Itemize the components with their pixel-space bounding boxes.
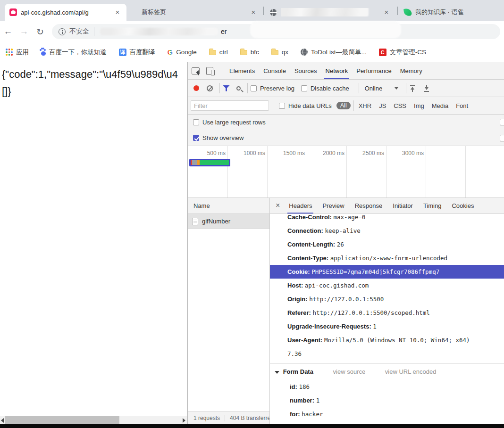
form-field-id: id: 186 <box>270 380 504 394</box>
type-filter-all[interactable]: All <box>336 102 351 109</box>
tab-timing[interactable]: Timing <box>418 198 447 214</box>
disable-cache-checkbox[interactable] <box>301 85 307 91</box>
clear-icon[interactable] <box>207 85 213 91</box>
filter-input[interactable] <box>191 100 269 111</box>
horizontal-scrollbar[interactable] <box>0 416 187 424</box>
hide-data-urls-checkbox[interactable] <box>279 103 285 109</box>
tab-console[interactable]: Console <box>259 62 290 79</box>
url-censor-blur <box>100 28 218 35</box>
json-response-text: {"code":1,"message":"\u4f59\u989d\u4[]} <box>0 62 187 100</box>
devtools-panel: Elements Console Sources Network Perform… <box>187 62 504 424</box>
browser-tab-1[interactable]: api-coc.gishad.com/api/g × <box>5 4 126 21</box>
use-large-rows-checkbox[interactable] <box>193 119 199 125</box>
tick-2500ms: 2500 ms <box>351 150 384 156</box>
header-content-type: Content-Type: application/x-www-form-url… <box>270 251 504 265</box>
record-icon[interactable] <box>193 85 199 91</box>
bookmark-folder-ctrl[interactable]: ctrl <box>209 49 228 56</box>
browser-tab-4[interactable]: 我的知识库 · 语雀 <box>399 4 504 21</box>
bookmark-baidu[interactable]: 百度一下，你就知道 <box>41 48 107 57</box>
filter-funnel-icon[interactable] <box>223 85 230 91</box>
device-toolbar-icon[interactable] <box>206 67 213 75</box>
bookmark-google[interactable]: G Google <box>168 48 197 56</box>
header-host: Host: api-coc.gishad.com <box>270 279 504 292</box>
scroll-right-arrow-icon[interactable] <box>183 418 185 423</box>
tab-close-icon[interactable]: × <box>113 8 122 16</box>
request-waterfall-bar[interactable] <box>189 159 230 166</box>
header-upgrade-insecure: Upgrade-Insecure-Requests: 1 <box>270 320 504 333</box>
bookmark-folder-qx[interactable]: qx <box>271 49 288 56</box>
tab-headers[interactable]: Headers <box>284 198 317 214</box>
network-options: Use large request rows Show overview <box>188 115 504 146</box>
network-overview-timeline[interactable]: 500 ms 1000 ms 1500 ms 2000 ms 2500 ms 3… <box>188 146 504 198</box>
site-favicon <box>9 8 17 16</box>
clipped-checkbox[interactable] <box>500 135 504 141</box>
export-har-icon[interactable] <box>423 85 430 92</box>
tick-500ms: 500 ms <box>193 150 226 156</box>
request-detail-pane: × Headers Preview Response Initiator Tim… <box>269 198 504 424</box>
bookmark-todolist[interactable]: ToDoList—最简单... <box>301 48 367 57</box>
security-label: 不安全 <box>69 27 89 36</box>
globe-icon <box>301 49 308 56</box>
tab-sources[interactable]: Sources <box>290 62 321 79</box>
tick-1000ms: 1000 ms <box>232 150 265 156</box>
preserve-log-checkbox[interactable] <box>251 85 257 91</box>
import-har-icon[interactable] <box>409 85 416 92</box>
form-data-section-header[interactable]: Form Data view source view URL encoded <box>270 364 504 380</box>
throttling-select[interactable]: Online <box>365 85 383 92</box>
view-url-encoded-link[interactable]: view URL encoded <box>385 368 437 375</box>
header-cookie-highlighted[interactable]: Cookie: PHPSESSID=7gma7m04dj5kfcgr7086ff… <box>270 265 504 279</box>
search-icon[interactable] <box>236 86 241 91</box>
network-bottom-split: Name gifNumber 1 requests 404 B transfer… <box>188 198 504 424</box>
tab-network[interactable]: Network <box>321 62 353 79</box>
tab-performance[interactable]: Performance <box>352 62 395 79</box>
tab-elements[interactable]: Elements <box>225 62 259 79</box>
show-overview-checkbox[interactable] <box>193 135 199 141</box>
detail-tabbar: × Headers Preview Response Initiator Tim… <box>270 198 504 214</box>
request-row-gifnumber[interactable]: gifNumber <box>188 214 269 229</box>
column-header-name[interactable]: Name <box>188 198 269 214</box>
browser-tab-3[interactable]: 飞 × <box>265 4 395 21</box>
tab-close-icon[interactable]: × <box>249 8 258 16</box>
clipped-checkbox[interactable] <box>500 119 504 125</box>
requests-count: 1 requests <box>193 415 220 421</box>
bookmark-apps[interactable]: 应用 <box>6 48 29 57</box>
type-filter-font[interactable]: Font <box>452 102 472 109</box>
bookmark-baidu-translate[interactable]: 译 百度翻译 <box>119 48 155 57</box>
tab-memory[interactable]: Memory <box>396 62 427 79</box>
type-filter-css[interactable]: CSS <box>390 102 410 109</box>
tab-initiator[interactable]: Initiator <box>387 198 418 214</box>
type-filter-xhr[interactable]: XHR <box>355 102 375 109</box>
request-list: Name gifNumber 1 requests 404 B transfer… <box>188 198 269 424</box>
browser-tab-2[interactable]: 新标签页 × <box>130 4 262 21</box>
reload-icon[interactable]: ↻ <box>32 26 48 37</box>
tick-3000ms: 3000 ms <box>391 150 424 156</box>
scroll-left-arrow-icon[interactable] <box>1 418 4 423</box>
omnibox-divider <box>94 27 94 36</box>
address-bar[interactable]: 不安全 er <box>52 24 500 39</box>
form-field-number: number: 1 <box>270 394 504 407</box>
apps-grid-icon <box>6 49 13 56</box>
header-origin: Origin: http://127.0.0.1:5500 <box>270 292 504 306</box>
divider <box>359 83 359 93</box>
type-filter-media[interactable]: Media <box>428 102 452 109</box>
bookmark-csdn[interactable]: C 文章管理-CS <box>379 48 426 57</box>
folder-icon <box>240 50 247 55</box>
scrollbar-thumb[interactable] <box>5 416 119 424</box>
type-filter-img[interactable]: Img <box>410 102 428 109</box>
tab-cookies[interactable]: Cookies <box>446 198 479 214</box>
info-icon[interactable] <box>59 28 66 35</box>
back-icon[interactable]: ← <box>0 26 16 37</box>
header-referer: Referer: http://127.0.0.1:5500/scoped.ht… <box>270 306 504 320</box>
type-filter-js[interactable]: JS <box>375 102 390 109</box>
close-icon[interactable]: × <box>274 201 284 211</box>
tab-preview[interactable]: Preview <box>317 198 349 214</box>
tab-response[interactable]: Response <box>350 198 388 214</box>
tab-close-icon[interactable]: × <box>382 8 391 16</box>
inspect-element-icon[interactable] <box>192 67 200 74</box>
bookmark-folder-bfc[interactable]: bfc <box>240 49 259 56</box>
tab-title: 我的知识库 · 语雀 <box>415 8 496 16</box>
translate-icon: 译 <box>119 49 126 56</box>
chevron-down-icon[interactable] <box>395 87 398 90</box>
view-source-link[interactable]: view source <box>333 368 366 375</box>
forward-icon[interactable]: → <box>16 26 32 37</box>
